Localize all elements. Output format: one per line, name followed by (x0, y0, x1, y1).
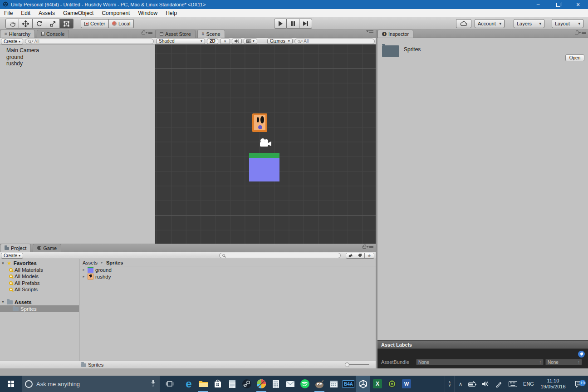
tab-hierarchy[interactable]: ≡ Hierarchy (0, 29, 35, 38)
menu-window[interactable]: Window (134, 10, 162, 16)
tree-assets[interactable]: ▼ Assets (0, 299, 79, 306)
label-tag-button[interactable] (578, 351, 585, 358)
action-center-button[interactable]: 19 (569, 381, 588, 387)
scene-lighting-button[interactable]: ☀ (220, 39, 230, 44)
taskbar-paint-app[interactable] (254, 376, 269, 392)
sprite-rushdy[interactable] (252, 113, 267, 132)
expander-icon[interactable]: ▸ (82, 274, 86, 279)
panel-menu-icon[interactable] (369, 246, 373, 247)
tree-all-models[interactable]: All Models (0, 273, 79, 280)
taskbar-store[interactable] (211, 376, 225, 392)
hierarchy-item-ground[interactable]: ground (6, 54, 155, 61)
menu-assets[interactable]: Assets (34, 10, 59, 16)
taskbar-android-studio[interactable] (385, 376, 399, 392)
cortana-search-box[interactable]: Ask me anything (22, 376, 160, 392)
hierarchy-search-input[interactable]: ▾ All (25, 39, 154, 44)
project-search-input[interactable] (219, 253, 341, 258)
asset-item-ground[interactable]: ▸ ground (80, 266, 376, 273)
hand-tool-button[interactable] (5, 19, 19, 29)
tab-inspector[interactable]: i Inspector (377, 29, 413, 38)
open-button[interactable]: Open (565, 54, 584, 61)
scene-search-input[interactable]: ▾ All (294, 39, 375, 44)
taskbar-excel[interactable]: X (370, 376, 385, 392)
assetbundle-variant-dropdown[interactable]: None↕ (545, 359, 582, 365)
menu-edit[interactable]: Edit (17, 10, 34, 16)
thumbnail-size-slider[interactable] (346, 364, 369, 365)
search-by-type-button[interactable] (346, 253, 355, 259)
tab-asset-store[interactable]: Asset Store (155, 29, 196, 38)
project-create-button[interactable]: Create▾ (1, 253, 23, 259)
shading-mode-dropdown[interactable]: Shaded▾ (156, 39, 205, 44)
move-tool-button[interactable] (19, 19, 33, 29)
lock-icon[interactable] (142, 32, 145, 34)
tree-all-scripts[interactable]: All Scripts (0, 286, 79, 293)
search-by-label-button[interactable] (355, 253, 365, 259)
pause-button[interactable] (287, 19, 299, 29)
scene-audio-button[interactable] (232, 39, 242, 44)
expander-icon[interactable]: ▸ (82, 268, 86, 272)
taskbar-edge[interactable]: e (181, 376, 196, 392)
menu-component[interactable]: Component (98, 10, 134, 16)
tree-sprites-selected[interactable]: Sprites (0, 305, 79, 312)
taskbar-calendar[interactable] (327, 376, 341, 392)
taskbar-calculator[interactable] (269, 376, 283, 392)
taskbar-spotify[interactable] (298, 376, 312, 392)
asset-item-rushdy[interactable]: ▸ rushdy (80, 273, 376, 280)
breadcrumb-sprites[interactable]: Sprites (106, 260, 123, 265)
taskbar-gimp[interactable] (312, 376, 327, 392)
tab-game[interactable]: Game (33, 244, 61, 252)
tree-all-materials[interactable]: All Materials (0, 267, 79, 274)
panel-menu-icon[interactable] (369, 30, 373, 31)
close-button[interactable]: × (568, 0, 588, 9)
panel-menu-icon[interactable] (148, 32, 152, 33)
rect-tool-button[interactable] (60, 19, 74, 29)
minimize-button[interactable]: – (528, 0, 548, 9)
taskbar-scroll-buttons[interactable]: ∧∨ (445, 376, 455, 392)
taskbar-b4a[interactable]: B4A (341, 376, 356, 392)
taskbar-file-explorer[interactable] (196, 376, 211, 392)
asset-labels-header[interactable]: Asset Labels (377, 340, 588, 349)
cloud-services-button[interactable] (456, 19, 471, 28)
tab-project[interactable]: Project (0, 244, 31, 252)
lock-icon[interactable] (575, 32, 578, 34)
layout-dropdown[interactable]: Layout▾ (552, 19, 583, 28)
tree-all-prefabs[interactable]: All Prefabs (0, 280, 79, 287)
taskbar-notepad[interactable] (225, 376, 240, 392)
battery-icon[interactable] (466, 381, 479, 387)
scene-effects-dropdown[interactable]: ▾ (244, 39, 257, 44)
scene-viewport[interactable] (155, 44, 376, 244)
sprite-ground[interactable] (249, 153, 279, 181)
show-hidden-icons-button[interactable]: ∧ (455, 381, 466, 387)
lock-icon[interactable] (363, 246, 366, 249)
taskbar-steam[interactable] (240, 376, 254, 392)
hierarchy-item-rushdy[interactable]: rushdy (6, 60, 155, 67)
play-button[interactable] (274, 19, 287, 29)
step-button[interactable] (299, 19, 312, 29)
touch-keyboard-icon[interactable] (505, 381, 520, 387)
expander-icon[interactable]: ▼ (1, 300, 5, 304)
pivot-local-button[interactable]: Local (109, 19, 134, 28)
saved-search-star-button[interactable]: ★ (365, 253, 374, 259)
layers-dropdown[interactable]: Layers▾ (514, 19, 544, 28)
volume-icon[interactable] (479, 381, 492, 387)
panel-menu-icon[interactable] (582, 32, 586, 33)
tab-console[interactable]: Console (37, 29, 69, 38)
taskbar-word[interactable]: W (399, 376, 414, 392)
2d-toggle-button[interactable]: 2D (207, 39, 218, 44)
menu-gameobject[interactable]: GameObject (59, 10, 98, 16)
language-indicator[interactable]: ENG (520, 381, 537, 387)
hierarchy-create-button[interactable]: Create▾ (1, 39, 23, 44)
menu-help[interactable]: Help (162, 10, 181, 16)
windows-ink-pen-icon[interactable] (492, 381, 505, 387)
restore-button[interactable] (548, 0, 568, 9)
taskbar-mail[interactable] (283, 376, 298, 392)
gizmos-dropdown[interactable]: Gizmos▾ (267, 39, 293, 44)
task-view-button[interactable] (160, 376, 180, 392)
camera-gizmo-icon[interactable] (259, 137, 272, 150)
tree-favorites[interactable]: ▼ ★ Favorites (0, 260, 79, 267)
breadcrumb-assets[interactable]: Assets (83, 260, 98, 265)
pivot-center-button[interactable]: Center (81, 19, 109, 28)
start-button[interactable] (0, 376, 22, 392)
tab-scene[interactable]: # Scene (197, 29, 225, 38)
clock[interactable]: 11:10 19/05/2016 (537, 378, 569, 390)
